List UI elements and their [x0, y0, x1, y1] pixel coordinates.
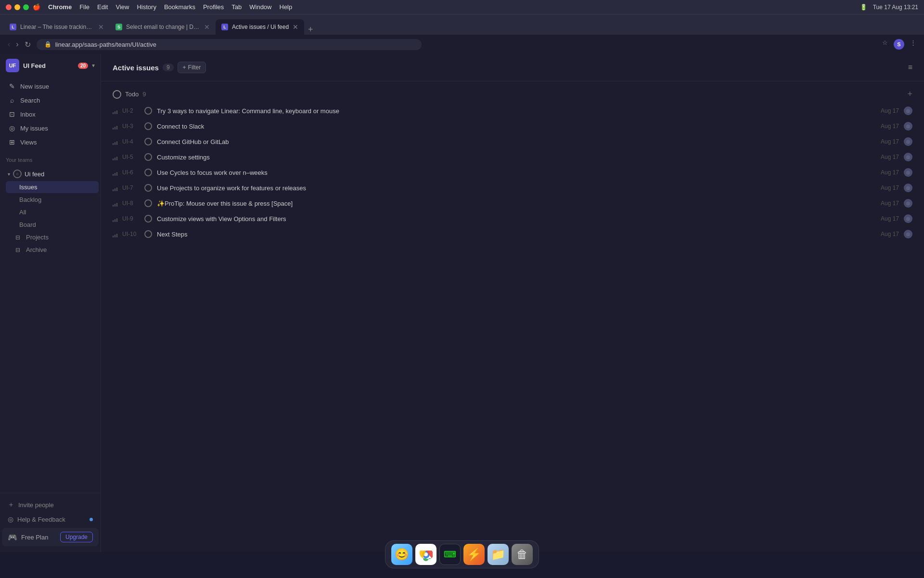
apple-menu[interactable]: 🍎 — [33, 3, 40, 11]
sidebar-sub-item-archive[interactable]: ⊟ Archive — [6, 244, 99, 256]
issue-list: Todo 9 + UI-2 Try 3 ways to navigate Lin… — [101, 81, 924, 552]
sidebar-sub-item-all[interactable]: All — [6, 206, 99, 218]
sidebar: UF UI Feed 20 ▾ ✎ New issue ⌕ Search ⊡ I… — [0, 54, 101, 552]
sidebar-item-new-issue[interactable]: ✎ New issue — [2, 79, 99, 93]
issue-row[interactable]: UI-9 Customize views with View Options a… — [101, 211, 924, 226]
backlog-label: Backlog — [19, 196, 41, 203]
section-header-todo[interactable]: Todo 9 + — [101, 85, 924, 103]
dock-icon-lightning[interactable]: ⚡ — [463, 544, 485, 565]
battery-indicator: 🔋 — [860, 4, 867, 11]
minimize-window-button[interactable] — [14, 4, 20, 10]
menu-view[interactable]: View — [116, 3, 129, 11]
new-tab-button[interactable]: + — [304, 25, 317, 35]
tab-2-favicon: S — [116, 24, 122, 30]
sidebar-sub-item-issues[interactable]: Issues — [6, 181, 99, 193]
lock-icon: 🔒 — [44, 41, 51, 48]
menu-help[interactable]: Help — [280, 3, 293, 11]
dock-icon-terminal[interactable]: ⌨ — [439, 544, 461, 565]
issue-row[interactable]: UI-3 Connect to Slack Aug 17 ◎ — [101, 118, 924, 134]
tab-2[interactable]: S Select email to change | Django ... ✕ — [110, 19, 216, 35]
priority-icon — [113, 215, 117, 222]
menu-window[interactable]: Window — [249, 3, 271, 11]
dock: 😊 ⌨ ⚡ 📁 🗑 — [385, 540, 539, 568]
dock-icon-trash[interactable]: 🗑 — [512, 544, 533, 565]
back-button[interactable]: ‹ — [8, 40, 10, 49]
all-label: All — [19, 209, 26, 216]
menu-file[interactable]: File — [79, 3, 90, 11]
traffic-lights — [6, 4, 29, 10]
dock-icon-files[interactable]: 📁 — [488, 544, 509, 565]
tab-1-title: Linear – The issue tracking too... — [20, 24, 94, 30]
menu-history[interactable]: History — [137, 3, 156, 11]
team-header[interactable]: ▾ ○ Ui feed — [2, 167, 99, 181]
dock-icon-finder[interactable]: 😊 — [391, 544, 412, 565]
titlebar-right: 🔋 Tue 17 Aug 13:21 — [860, 4, 918, 11]
bookmark-icon[interactable]: ☆ — [882, 39, 888, 50]
menu-tab[interactable]: Tab — [231, 3, 242, 11]
menu-bookmarks[interactable]: Bookmarks — [164, 3, 195, 11]
sidebar-sub-item-board[interactable]: Board — [6, 219, 99, 231]
priority-icon — [113, 138, 117, 145]
invite-icon: ＋ — [8, 500, 14, 509]
issue-row[interactable]: UI-10 Next Steps Aug 17 ◎ — [101, 226, 924, 242]
dock-icon-chrome[interactable] — [415, 544, 436, 565]
issue-row[interactable]: UI-6 Use Cycles to focus work over n–wee… — [101, 165, 924, 180]
todo-section-count: 9 — [142, 91, 146, 98]
app-container: UF UI Feed 20 ▾ ✎ New issue ⌕ Search ⊡ I… — [0, 54, 924, 552]
menu-edit[interactable]: Edit — [97, 3, 108, 11]
tab-2-close[interactable]: ✕ — [204, 23, 210, 31]
views-label: Views — [20, 139, 37, 146]
close-window-button[interactable] — [6, 4, 12, 10]
sidebar-item-views[interactable]: ⊞ Views — [2, 135, 99, 149]
priority-icon — [113, 107, 117, 114]
tab-3[interactable]: L Active issues / Ui feed ✕ — [216, 19, 304, 35]
issue-status-icon — [144, 122, 152, 130]
issue-row[interactable]: UI-8 ✨ProTip: Mouse over this issue & pr… — [101, 196, 924, 211]
issue-status-icon — [144, 138, 152, 145]
add-todo-button[interactable]: + — [907, 89, 912, 99]
issue-date: Aug 17 — [881, 169, 899, 176]
issue-date: Aug 17 — [881, 231, 899, 237]
forward-button[interactable]: › — [16, 40, 18, 49]
page-title-area: Active issues 9 + Filter — [113, 62, 902, 73]
issue-id: UI-6 — [122, 169, 140, 176]
workspace-avatar: UF — [6, 59, 19, 72]
team-sub-items: Issues Backlog All Board ⊟ Projects ⊟ Ar — [0, 181, 101, 256]
browser-menu-icon[interactable]: ⋮ — [910, 39, 916, 50]
my-issues-icon: ◎ — [8, 124, 16, 132]
sidebar-sub-item-projects[interactable]: ⊟ Projects — [6, 231, 99, 243]
issue-row[interactable]: UI-2 Try 3 ways to navigate Linear: Comm… — [101, 103, 924, 118]
workspace-chevron-icon: ▾ — [92, 62, 95, 69]
inbox-icon: ⊡ — [8, 110, 16, 118]
issue-row[interactable]: UI-7 Use Projects to organize work for f… — [101, 180, 924, 196]
workspace-header[interactable]: UF UI Feed 20 ▾ — [0, 54, 101, 77]
tab-3-close[interactable]: ✕ — [293, 23, 298, 31]
reload-button[interactable]: ↻ — [25, 40, 31, 49]
help-label: Help & Feedback — [17, 516, 65, 523]
free-plan-left: 🎮 Free Plan — [8, 533, 48, 542]
issue-row[interactable]: UI-4 Connect GitHub or GitLab Aug 17 ◎ — [101, 134, 924, 149]
tab-1[interactable]: L Linear – The issue tracking too... ✕ — [4, 19, 110, 35]
sidebar-item-my-issues[interactable]: ◎ My issues — [2, 121, 99, 135]
sidebar-item-search[interactable]: ⌕ Search — [2, 93, 99, 107]
clock: Tue 17 Aug 13:21 — [873, 4, 918, 11]
issue-assignee-avatar: ◎ — [904, 153, 912, 161]
profile-avatar[interactable]: S — [894, 39, 904, 50]
invite-people-button[interactable]: ＋ Invite people — [2, 498, 99, 512]
tab-1-close[interactable]: ✕ — [98, 23, 104, 31]
help-feedback-button[interactable]: ◎ Help & Feedback — [2, 512, 99, 526]
issue-status-icon — [144, 107, 152, 115]
menu-chrome[interactable]: Chrome — [48, 3, 72, 11]
sidebar-sub-item-backlog[interactable]: Backlog — [6, 194, 99, 206]
fullscreen-window-button[interactable] — [23, 4, 29, 10]
display-options-button[interactable]: ≡ — [908, 63, 912, 72]
filter-button[interactable]: + Filter — [178, 62, 206, 73]
help-icon: ◎ — [8, 515, 13, 523]
sidebar-item-inbox[interactable]: ⊡ Inbox — [2, 107, 99, 121]
upgrade-button[interactable]: Upgrade — [60, 532, 93, 542]
issue-row[interactable]: UI-5 Customize settings Aug 17 ◎ — [101, 149, 924, 165]
menu-profiles[interactable]: Profiles — [203, 3, 224, 11]
issue-id: UI-3 — [122, 123, 140, 130]
notification-badge: 20 — [78, 63, 88, 69]
address-bar[interactable]: 🔒 linear.app/saas-paths/team/UI/active — [37, 39, 422, 50]
